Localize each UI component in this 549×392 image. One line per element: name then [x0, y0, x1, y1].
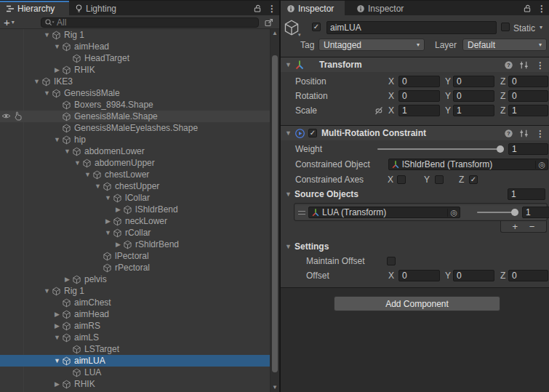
lock-icon[interactable]: [523, 4, 532, 13]
scale-z-field[interactable]: 1: [508, 105, 548, 116]
add-source-button[interactable]: +: [513, 221, 518, 232]
tab-lighting[interactable]: Lighting: [69, 1, 129, 16]
hierarchy-item-aimchest[interactable]: aimChest: [0, 297, 270, 308]
tab-hierarchy[interactable]: Hierarchy: [0, 1, 69, 16]
hierarchy-item-genesis8male[interactable]: ▼ Genesis8Male: [0, 87, 270, 99]
foldout-arrow[interactable]: ▶: [103, 217, 113, 225]
hierarchy-item-rig-1[interactable]: ▼ Rig 1: [0, 285, 270, 297]
position-x-field[interactable]: 0: [398, 76, 440, 87]
hierarchy-item-aimhead[interactable]: ▼ aimHead: [0, 41, 270, 52]
visibility-eye-icon[interactable]: [1, 111, 11, 121]
icon-picker-caret[interactable]: ▾: [298, 32, 301, 38]
weight-field[interactable]: 1: [508, 143, 548, 155]
foldout-arrow[interactable]: ▶: [113, 206, 123, 213]
tab-inspector-2[interactable]: Inspector: [350, 1, 414, 16]
rotation-x-field[interactable]: 0: [398, 90, 440, 102]
lock-icon[interactable]: [253, 4, 262, 13]
hierarchy-item-lshldrbend[interactable]: ▶ lShldrBend: [0, 204, 270, 215]
tag-dropdown[interactable]: Untagged ▾: [318, 39, 425, 51]
hierarchy-item-hip[interactable]: ▼ hip: [0, 134, 270, 145]
foldout-arrow[interactable]: ▼: [52, 136, 62, 143]
maintain-offset-checkbox[interactable]: [387, 257, 396, 265]
hierarchy-item-rhik[interactable]: ▶ RHIK: [0, 378, 270, 390]
foldout-arrow[interactable]: ▼: [284, 243, 293, 250]
foldout-arrow[interactable]: ▼: [32, 78, 41, 85]
foldout-arrow[interactable]: ▶: [63, 276, 72, 283]
hierarchy-item-necklower[interactable]: ▶ neckLower: [0, 215, 270, 227]
foldout-arrow[interactable]: ▼: [284, 61, 293, 68]
axis-z-checkbox[interactable]: [469, 175, 478, 184]
drag-handle-icon[interactable]: [298, 211, 305, 215]
add-component-button[interactable]: Add Component: [334, 296, 500, 311]
hierarchy-item-boxers-8984-shape[interactable]: Boxers_8984.Shape: [0, 99, 270, 111]
foldout-arrow[interactable]: ▼: [83, 171, 92, 178]
settings-row[interactable]: ▼ Settings: [281, 241, 549, 252]
hierarchy-item-pelvis[interactable]: ▶ pelvis: [0, 273, 270, 285]
transform-header[interactable]: ▼ Transform ? ⋮: [281, 57, 549, 72]
panel-menu-icon[interactable]: ⋮: [266, 4, 278, 13]
hierarchy-item-headtarget[interactable]: HeadTarget: [0, 52, 270, 64]
presets-icon[interactable]: [519, 60, 529, 70]
hierarchy-item-aimrs[interactable]: ▶ aimRS: [0, 320, 270, 332]
hierarchy-item-lpectoral[interactable]: lPectoral: [0, 250, 270, 262]
create-object-button[interactable]: + ▾: [4, 16, 15, 28]
search-input[interactable]: All: [41, 17, 259, 28]
hierarchy-item-genesis8male-shape[interactable]: Genesis8Male.Shape: [0, 111, 270, 122]
position-z-field[interactable]: 0: [508, 76, 548, 87]
constrained-object-field[interactable]: lShldrBend (Transform) ◎: [388, 159, 548, 170]
object-picker-icon[interactable]: ◎: [447, 209, 457, 217]
link-constrain-icon[interactable]: [374, 106, 384, 116]
hierarchy-item-rshldrbend[interactable]: ▶ rShldrBend: [0, 239, 270, 250]
gameobject-name-field[interactable]: aimLUA: [326, 21, 497, 34]
foldout-arrow[interactable]: ▼: [42, 31, 52, 39]
foldout-arrow[interactable]: ▼: [284, 129, 293, 137]
hierarchy-item-chestupper[interactable]: ▼ chestUpper: [0, 180, 270, 192]
hierarchy-item-ike3[interactable]: ▼ IKE3: [0, 76, 270, 87]
constraint-header[interactable]: ▼ Multi-Rotation Constraint ? ⋮: [281, 125, 549, 140]
hierarchy-scrollbar[interactable]: ▲ ▼: [270, 29, 279, 392]
scale-y-field[interactable]: 1: [453, 105, 494, 116]
foldout-arrow[interactable]: ▼: [52, 43, 62, 50]
component-enabled-checkbox[interactable]: [308, 129, 317, 137]
source-object-field[interactable]: LUA (Transform) ◎: [308, 207, 460, 218]
help-icon[interactable]: ?: [504, 60, 513, 70]
foldout-arrow[interactable]: ▼: [103, 194, 113, 201]
foldout-arrow[interactable]: ▼: [103, 229, 113, 236]
static-dropdown-caret[interactable]: ▾: [540, 24, 542, 31]
axis-x-checkbox[interactable]: [397, 175, 406, 184]
object-picker-icon[interactable]: ◎: [535, 161, 545, 169]
rotation-y-field[interactable]: 0: [453, 90, 494, 102]
foldout-arrow[interactable]: ▶: [113, 241, 123, 248]
position-y-field[interactable]: 0: [453, 76, 494, 87]
hierarchy-item-aimhead[interactable]: ▶ aimHead: [0, 308, 270, 320]
open-window-icon[interactable]: [263, 17, 276, 28]
source-weight-slider-knob[interactable]: [511, 209, 518, 216]
hierarchy-item-genesis8maleeyelashes-shape[interactable]: Genesis8MaleEyelashes.Shape: [0, 122, 270, 134]
hierarchy-item-aimlua[interactable]: ▼ aimLUA: [0, 355, 270, 367]
pickability-hand-icon[interactable]: [13, 111, 23, 121]
help-icon[interactable]: ?: [504, 129, 513, 138]
weight-slider-knob[interactable]: [497, 145, 504, 153]
rotation-z-field[interactable]: 0: [508, 90, 548, 102]
hierarchy-item-rpectoral[interactable]: rPectoral: [0, 262, 270, 273]
hierarchy-item-chestlower[interactable]: ▼ chestLower: [0, 169, 270, 180]
hierarchy-item-lua[interactable]: LUA: [0, 367, 270, 378]
scale-x-field[interactable]: 1: [398, 105, 440, 116]
component-menu-icon[interactable]: ⋮: [534, 61, 546, 70]
scroll-up-icon[interactable]: ▲: [271, 29, 279, 38]
foldout-arrow[interactable]: ▼: [73, 159, 82, 167]
tab-inspector-1[interactable]: Inspector: [281, 1, 345, 16]
source-object-item[interactable]: LUA (Transform) ◎ 1: [295, 205, 546, 220]
active-checkbox[interactable]: [312, 23, 321, 31]
axis-y-checkbox[interactable]: [435, 175, 444, 184]
foldout-arrow[interactable]: ▶: [52, 66, 62, 73]
static-checkbox[interactable]: [501, 23, 510, 31]
foldout-arrow[interactable]: ▼: [42, 287, 52, 295]
foldout-arrow[interactable]: ▼: [63, 148, 72, 155]
foldout-arrow[interactable]: ▶: [52, 380, 62, 388]
foldout-arrow[interactable]: ▼: [52, 357, 62, 364]
offset-x-field[interactable]: 0: [398, 270, 440, 281]
panel-menu-icon[interactable]: ⋮: [536, 4, 548, 13]
hierarchy-item-lcollar[interactable]: ▼ lCollar: [0, 192, 270, 204]
source-objects-count-field[interactable]: 1: [508, 188, 545, 200]
